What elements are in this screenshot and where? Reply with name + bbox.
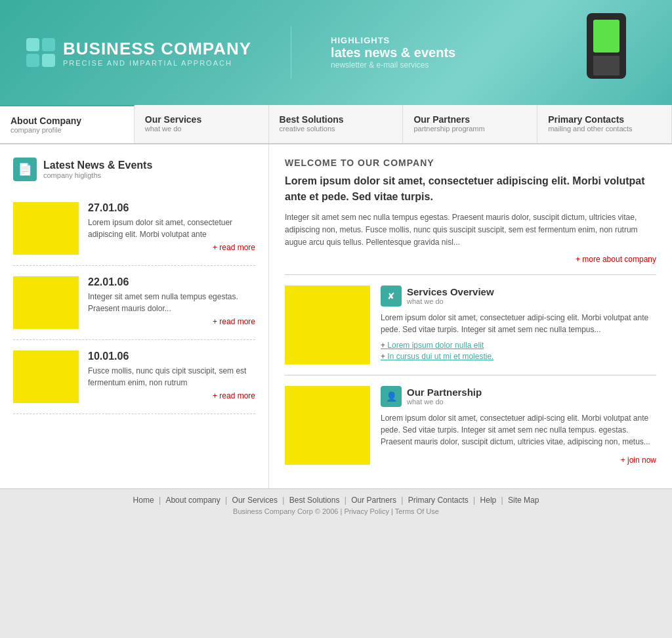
phone-image bbox=[580, 13, 633, 92]
news-text-3: Fusce mollis, nunc quis cipit suscipit, … bbox=[88, 365, 255, 389]
service-card-0: ✘ Services Overview what we do Lorem ips… bbox=[285, 274, 656, 375]
news-text-2: Integer sit amet sem nulla tempus egesta… bbox=[88, 291, 255, 314]
footer-copyright: Business Company Corp © 2006 | Privacy P… bbox=[0, 507, 672, 515]
news-thumb-3 bbox=[13, 351, 79, 403]
nav-sub-contacts: mailing and other contacts bbox=[548, 125, 661, 133]
service-header-0: ✘ Services Overview what we do bbox=[381, 286, 656, 307]
logo-icon bbox=[26, 38, 55, 67]
service-header-1: 👤 Our Partnership what we do bbox=[381, 386, 656, 407]
logo-text: BUSINESS COMPANY PRECISE AND IMPARTIAL A… bbox=[63, 39, 251, 67]
news-date-3: 10.01.06 bbox=[88, 351, 255, 362]
nav-sub-solutions: creative solutions bbox=[280, 125, 392, 133]
news-item-1: 27.01.06 Lorem ipsum dolor sit amet, con… bbox=[13, 192, 255, 266]
footer-link-help[interactable]: Help bbox=[480, 496, 497, 505]
nav-sub-about: company profile bbox=[10, 126, 123, 134]
footer-link-contacts[interactable]: Primary Contacts bbox=[408, 496, 469, 505]
nav-item-services[interactable]: Our Services what we do bbox=[135, 105, 269, 143]
highlights-title: lates news & events bbox=[331, 45, 455, 60]
nav-item-partners[interactable]: Our Partners partnership programm bbox=[403, 105, 537, 143]
nav-sub-services: what we do bbox=[145, 125, 258, 133]
service-thumb-1 bbox=[285, 386, 370, 465]
news-thumb-1 bbox=[13, 202, 79, 255]
service-title-0: Services Overview what we do bbox=[407, 286, 494, 305]
news-content-2: 22.01.06 Integer sit amet sem nulla temp… bbox=[88, 276, 255, 329]
footer-link-home[interactable]: Home bbox=[133, 496, 154, 505]
news-item-2: 22.01.06 Integer sit amet sem nulla temp… bbox=[13, 266, 255, 340]
news-content-1: 27.01.06 Lorem ipsum dolor sit amet, con… bbox=[88, 202, 255, 255]
logo-area: BUSINESS COMPANY PRECISE AND IMPARTIAL A… bbox=[26, 38, 251, 67]
nav-item-solutions[interactable]: Best Solutions creative solutions bbox=[269, 105, 404, 143]
service-links-0: Lorem ipsum dolor nulla elit In cursus d… bbox=[381, 341, 656, 361]
service-name-1: Our Partnership bbox=[407, 387, 482, 398]
welcome-body: Integer sit amet sem nec nulla tempus eg… bbox=[285, 211, 656, 249]
nav-item-about[interactable]: About Company company profile bbox=[0, 105, 135, 143]
header-divider bbox=[291, 26, 291, 79]
footer-link-partners[interactable]: Our Partners bbox=[351, 496, 396, 505]
footer-link-solutions[interactable]: Best Solutions bbox=[289, 496, 340, 505]
service-icon-0: ✘ bbox=[381, 286, 402, 307]
footer-link-about[interactable]: About company bbox=[165, 496, 220, 505]
right-column: WELCOME TO OUR COMPANY Lorem ipsum dolor… bbox=[269, 144, 672, 488]
news-sub: company higligths bbox=[43, 171, 152, 179]
service-name-0: Services Overview bbox=[407, 286, 494, 297]
footer-link-sitemap[interactable]: Site Map bbox=[508, 496, 539, 505]
read-more-1[interactable]: read more bbox=[88, 243, 255, 252]
service-card-1: 👤 Our Partnership what we do Lorem ipsum… bbox=[285, 375, 656, 475]
highlights-sub: newsletter & e-mail services bbox=[331, 60, 455, 70]
join-now-link[interactable]: join now bbox=[381, 453, 656, 465]
news-date-2: 22.01.06 bbox=[88, 276, 255, 288]
service-sub-1: what we do bbox=[407, 398, 482, 406]
nav-item-contacts[interactable]: Primary Contacts mailing and other conta… bbox=[537, 105, 672, 143]
company-name: BUSINESS COMPANY bbox=[63, 39, 251, 59]
news-title: Latest News & Events bbox=[43, 160, 152, 171]
news-thumb-2 bbox=[13, 276, 79, 329]
highlights-label: HIGHLIGHTS bbox=[331, 35, 455, 45]
service-icon-1: 👤 bbox=[381, 386, 402, 407]
main-nav: About Company company profile Our Servic… bbox=[0, 105, 672, 144]
more-about-link[interactable]: more about company bbox=[285, 255, 656, 264]
news-item-3: 10.01.06 Fusce mollis, nunc quis cipit s… bbox=[13, 340, 255, 414]
main-content: 📄 Latest News & Events company higligths… bbox=[0, 144, 672, 488]
phone-screen bbox=[593, 20, 620, 53]
nav-label-contacts: Primary Contacts bbox=[548, 114, 661, 125]
news-section-title: Latest News & Events company higligths bbox=[43, 160, 152, 179]
welcome-lead: Lorem ipsum dolor sit amet, consectetuer… bbox=[285, 173, 656, 205]
read-more-3[interactable]: read more bbox=[88, 391, 255, 400]
nav-label-services: Our Services bbox=[145, 114, 258, 125]
news-text-1: Lorem ipsum dolor sit amet, consectetuer… bbox=[88, 217, 255, 240]
service-link-0-1[interactable]: In cursus dui ut mi et molestie. bbox=[381, 352, 656, 361]
service-content-1: 👤 Our Partnership what we do Lorem ipsum… bbox=[381, 386, 656, 465]
footer: Home | About company | Our Services | Be… bbox=[0, 488, 672, 522]
nav-sub-partners: partnership programm bbox=[413, 125, 526, 133]
phone-body bbox=[587, 13, 626, 79]
read-more-2[interactable]: read more bbox=[88, 317, 255, 326]
header: BUSINESS COMPANY PRECISE AND IMPARTIAL A… bbox=[0, 0, 672, 105]
service-body-1: Lorem ipsum dolor sit amet, consectetuer… bbox=[381, 412, 656, 448]
service-thumb-0 bbox=[285, 286, 370, 364]
news-section-header: 📄 Latest News & Events company higligths bbox=[13, 158, 255, 181]
news-icon: 📄 bbox=[13, 158, 37, 181]
welcome-title: WELCOME TO OUR COMPANY bbox=[285, 158, 656, 168]
nav-label-about: About Company bbox=[10, 116, 123, 126]
footer-links: Home | About company | Our Services | Be… bbox=[0, 496, 672, 505]
service-title-1: Our Partnership what we do bbox=[407, 387, 482, 406]
news-content-3: 10.01.06 Fusce mollis, nunc quis cipit s… bbox=[88, 351, 255, 403]
phone-keys bbox=[593, 56, 620, 75]
nav-label-partners: Our Partners bbox=[413, 114, 526, 125]
highlights: HIGHLIGHTS lates news & events newslette… bbox=[331, 35, 455, 70]
service-body-0: Lorem ipsum dolor sit amet, consectetuer… bbox=[381, 312, 656, 335]
service-sub-0: what we do bbox=[407, 297, 494, 305]
footer-link-services[interactable]: Our Services bbox=[232, 496, 278, 505]
service-link-0-0[interactable]: Lorem ipsum dolor nulla elit bbox=[381, 341, 656, 350]
news-date-1: 27.01.06 bbox=[88, 202, 255, 214]
company-tagline: PRECISE AND IMPARTIAL APPROACH bbox=[63, 59, 251, 67]
left-column: 📄 Latest News & Events company higligths… bbox=[0, 144, 269, 488]
nav-label-solutions: Best Solutions bbox=[280, 114, 392, 125]
service-content-0: ✘ Services Overview what we do Lorem ips… bbox=[381, 286, 656, 364]
